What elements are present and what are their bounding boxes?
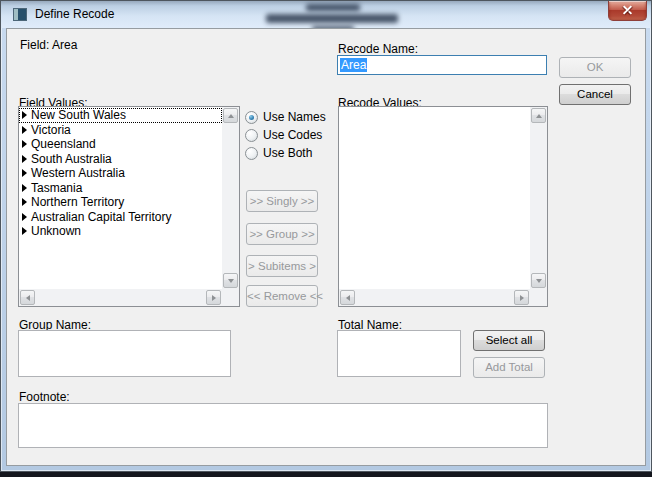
radio-button-icon (245, 111, 258, 124)
cancel-button[interactable]: Cancel (559, 84, 631, 105)
list-item[interactable]: Western Australia (19, 166, 222, 181)
dialog-body: Field: Area Recode Name: Area OK Cancel … (6, 28, 646, 466)
footnote-input[interactable] (18, 403, 548, 448)
list-item[interactable]: Tasmania (19, 181, 222, 196)
list-item-label: Northern Territory (31, 195, 124, 210)
radio-use-both[interactable]: Use Both (245, 146, 312, 160)
triangle-icon (22, 198, 27, 206)
ok-button[interactable]: OK (559, 57, 631, 78)
desktop-background: Define Recode Field: Area Recode Name: A… (0, 0, 652, 477)
scroll-down-button[interactable] (531, 273, 546, 288)
select-all-button[interactable]: Select all (473, 330, 545, 351)
recode-name-input[interactable]: Area (337, 55, 547, 75)
triangle-icon (22, 111, 27, 119)
scroll-down-button[interactable] (223, 273, 238, 288)
radio-use-names[interactable]: Use Names (245, 110, 326, 124)
list-item-label: Unknown (31, 224, 81, 239)
triangle-icon (22, 169, 27, 177)
scrollbar-corner (530, 289, 547, 306)
list-item-label: Tasmania (31, 181, 82, 196)
list-item[interactable]: Unknown (19, 224, 222, 239)
arrow-right-icon (520, 295, 524, 301)
arrow-up-icon (536, 114, 542, 118)
singly-button[interactable]: >> Singly >> (246, 190, 318, 212)
total-name-input[interactable] (337, 330, 461, 377)
scroll-right-button[interactable] (514, 290, 529, 305)
scroll-up-button[interactable] (223, 108, 238, 123)
scroll-up-button[interactable] (531, 108, 546, 123)
recode-name-label: Recode Name: (338, 42, 418, 56)
list-item[interactable]: Queensland (19, 137, 222, 152)
list-item[interactable]: Northern Territory (19, 195, 222, 210)
triangle-icon (22, 227, 27, 235)
scroll-left-button[interactable] (20, 290, 35, 305)
triangle-icon (22, 213, 27, 221)
define-recode-dialog: Define Recode Field: Area Recode Name: A… (0, 0, 652, 472)
arrow-up-icon (228, 114, 234, 118)
group-name-input[interactable] (18, 330, 231, 377)
vertical-scrollbar[interactable] (530, 107, 547, 289)
background-window-blur (306, 4, 360, 11)
field-label: Field: Area (20, 38, 77, 52)
scrollbar-corner (222, 289, 239, 306)
list-item-label: Queensland (31, 137, 96, 152)
footnote-label: Footnote: (19, 390, 70, 404)
list-item[interactable]: South Australia (19, 152, 222, 167)
list-item[interactable]: Australian Capital Territory (19, 210, 222, 225)
recode-values-listbox[interactable] (338, 106, 548, 307)
recode-name-value: Area (340, 58, 367, 72)
radio-label: Use Both (263, 146, 312, 160)
remove-button[interactable]: << Remove << (246, 285, 318, 307)
horizontal-scrollbar[interactable] (339, 289, 530, 306)
app-icon (13, 8, 27, 21)
list-item-label: Australian Capital Territory (31, 210, 172, 225)
arrow-left-icon (346, 295, 350, 301)
arrow-down-icon (228, 279, 234, 283)
window-title: Define Recode (35, 1, 114, 27)
radio-button-icon (245, 147, 258, 160)
list-item-label: Victoria (31, 123, 71, 138)
list-item[interactable]: New South Wales (19, 108, 222, 123)
arrow-down-icon (536, 279, 542, 283)
list-item-label: New South Wales (31, 108, 126, 123)
add-total-button[interactable]: Add Total (473, 357, 545, 378)
list-item-label: South Australia (31, 152, 112, 167)
arrow-right-icon (212, 295, 216, 301)
scroll-right-button[interactable] (206, 290, 221, 305)
triangle-icon (22, 155, 27, 163)
close-button[interactable] (608, 1, 647, 21)
triangle-icon (22, 126, 27, 134)
background-window-blur (266, 14, 398, 23)
radio-button-icon (245, 129, 258, 142)
radio-label: Use Codes (263, 128, 322, 142)
close-icon (622, 5, 633, 16)
titlebar[interactable]: Define Recode (1, 1, 651, 28)
triangle-icon (22, 140, 27, 148)
list-item[interactable]: Victoria (19, 123, 222, 138)
triangle-icon (22, 184, 27, 192)
subitems-button[interactable]: > Subitems > (246, 255, 318, 277)
list-item-label: Western Australia (31, 166, 125, 181)
arrow-left-icon (26, 295, 30, 301)
scroll-left-button[interactable] (340, 290, 355, 305)
field-values-listbox[interactable]: New South WalesVictoriaQueenslandSouth A… (18, 106, 240, 307)
radio-label: Use Names (263, 110, 326, 124)
group-button[interactable]: >> Group >> (246, 223, 318, 245)
radio-use-codes[interactable]: Use Codes (245, 128, 322, 142)
vertical-scrollbar[interactable] (222, 107, 239, 289)
horizontal-scrollbar[interactable] (19, 289, 222, 306)
